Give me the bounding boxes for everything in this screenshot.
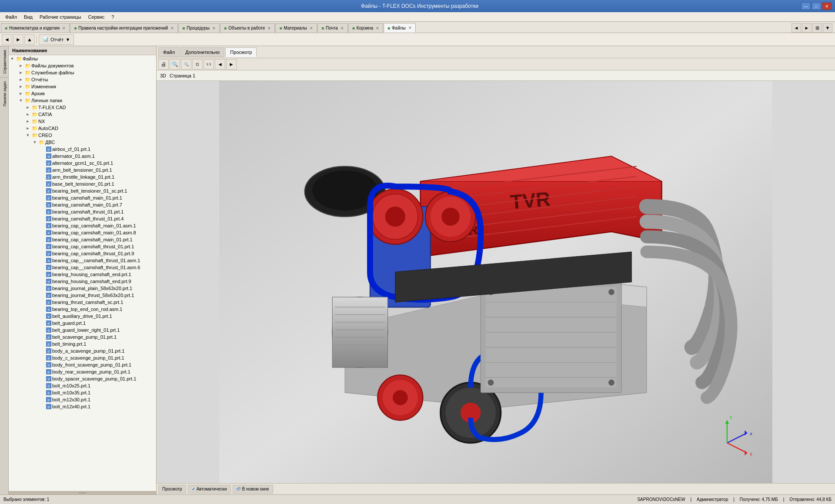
tree-item-f21[interactable]: p bearing_journal_plain_58x63x20.prt.1	[9, 285, 156, 292]
tree-item-f28[interactable]: p belt_scavenge_pump_01.prt.1	[9, 334, 156, 340]
toggle-reports[interactable]: ►	[17, 77, 24, 82]
tab-files[interactable]: ■ Файлы ✕	[384, 23, 416, 33]
tree-item-f34[interactable]: p body_spacer_scavenge_pump_01.prt.1	[9, 375, 156, 382]
tab-close-files[interactable]: ✕	[408, 26, 412, 30]
tree-item-reports[interactable]: ► 📁 Отчёты	[9, 76, 156, 83]
tree-item-f12[interactable]: a bearing_cap_camshaft_main_01.asm.1	[9, 222, 156, 229]
tree-item-f16[interactable]: p bearing_cap_camshaft_thrust_01.prt.9	[9, 250, 156, 257]
tree-item-f10[interactable]: p bearing_camshaft_thrust_01.prt.1	[9, 208, 156, 215]
tree-item-f33[interactable]: p body_rear_scavenge_pump_01.prt.1	[9, 368, 156, 375]
maximize-button[interactable]: □	[812, 2, 821, 10]
preview-tab-file[interactable]: Файл	[158, 47, 180, 57]
toolbar-forward-button[interactable]: ►	[13, 34, 23, 45]
tree-item-f38[interactable]: p bolt_m12x40.prt.1	[9, 403, 156, 410]
tree-item-f19[interactable]: p bearing_housing_camshaft_end.prt.1	[9, 271, 156, 278]
preview-100-button[interactable]: 1:1	[204, 59, 214, 70]
tree-item-nx[interactable]: ► 📁 NX	[9, 118, 156, 125]
auto-btn[interactable]: ✔ Автоматически	[188, 485, 231, 494]
tree-item-f15[interactable]: p bearing_cap_camshaft_thrust_01.prt.1	[9, 243, 156, 250]
tree-item-f36[interactable]: p bolt_m10x35.prt.1	[9, 389, 156, 396]
tab-mail[interactable]: ■ Почта ✕	[317, 23, 348, 33]
toggle-archive[interactable]: ►	[17, 91, 24, 96]
tree-item-f23[interactable]: p bearing_thrust_camshaft_sc.prt.1	[9, 299, 156, 306]
tree-item-f18[interactable]: a bearing_cap__camshaft_thrust_01.asm.6	[9, 264, 156, 271]
toolbar-back-button[interactable]: ◄	[2, 34, 12, 45]
tree-item-archive[interactable]: ► 📁 Архив	[9, 90, 156, 97]
tree-item-f27[interactable]: p belt_guard_lower_right_01.prt.1	[9, 327, 156, 334]
tree-item-docs[interactable]: ► 📁 Файлы документов	[9, 62, 156, 69]
tree-item-f1[interactable]: p airbox_cf_01.prt.1	[9, 146, 156, 153]
preview-btn[interactable]: Просмотр	[158, 485, 186, 494]
preview-zoom-in-button[interactable]: 🔍	[170, 59, 180, 70]
tree-item-f8[interactable]: p bearing_camshaft_main_01.prt.1	[9, 194, 156, 201]
tab-close-worklist[interactable]: ✕	[267, 26, 271, 30]
tab-rules[interactable]: ■ Правила настройки интеграции приложени…	[70, 23, 178, 33]
toggle-personal[interactable]: ▼	[17, 98, 24, 103]
tree-item-dvs[interactable]: ▼ 📁 ДВС	[9, 139, 156, 146]
toggle-service[interactable]: ►	[17, 70, 24, 75]
toggle-tflex[interactable]: ►	[24, 105, 31, 110]
tree-item-f26[interactable]: p belt_guard.prt.1	[9, 320, 156, 327]
toggle-dvs[interactable]: ▼	[31, 140, 38, 144]
tree-item-tflex[interactable]: ► 📁 T-FLEX CAD	[9, 104, 156, 111]
tab-nomenclature[interactable]: ■ Номенклатура и изделия ✕	[1, 23, 70, 33]
minimize-button[interactable]: —	[801, 2, 811, 10]
toggle-catia[interactable]: ►	[24, 112, 31, 117]
toggle-nx[interactable]: ►	[24, 119, 31, 123]
new-window-btn[interactable]: 🗗 В новом окне	[233, 485, 273, 494]
tree-item-service[interactable]: ► 📁 Служебные файлы	[9, 69, 156, 76]
tree-item-catia[interactable]: ► 📁 CATIA	[9, 111, 156, 118]
tab-close-nomenclature[interactable]: ✕	[62, 26, 66, 30]
tab-procedures[interactable]: ■ Процедуры ✕	[178, 23, 220, 33]
tab-close-trash[interactable]: ✕	[376, 26, 379, 30]
tab-close-rules[interactable]: ✕	[170, 26, 174, 30]
preview-tab-view[interactable]: Просмотр	[225, 47, 257, 57]
tree-item-f14[interactable]: p bearing_cap_camshaft_main_01.prt.1	[9, 236, 156, 243]
tab-worklist[interactable]: ■ Объекты в работе ✕	[220, 23, 275, 33]
toggle-autocad[interactable]: ►	[24, 126, 31, 130]
tree-item-f4[interactable]: p arm_belt_tensioner_01.prt.1	[9, 167, 156, 174]
tree-item-files-root[interactable]: ▼ 📁 Файлы	[9, 55, 156, 62]
tree-item-f7[interactable]: p bearing_belt_tensioner_01_sc.prt.1	[9, 187, 156, 194]
menu-service[interactable]: Сервис	[84, 13, 108, 20]
file-tree-content[interactable]: ▼ 📁 Файлы ► 📁 Файлы документов ► 📁 Служе…	[9, 55, 156, 491]
tree-item-f11[interactable]: p bearing_camshaft_thrust_01.prt.4	[9, 215, 156, 222]
tree-item-f24[interactable]: a bearing_top_end_con_rod.asm.1	[9, 306, 156, 313]
menu-view[interactable]: Вид	[20, 13, 36, 20]
toggle-changes[interactable]: ►	[17, 84, 24, 89]
tab-close-mail[interactable]: ✕	[341, 26, 344, 30]
tab-layout-button[interactable]: ⊞	[812, 23, 822, 33]
tree-item-f32[interactable]: p body_front_scavenge_pump_01.prt.1	[9, 361, 156, 368]
tree-item-f13[interactable]: a bearing_cap_camshaft_main_01.asm.8	[9, 229, 156, 236]
preview-zoom-out-button[interactable]: 🔍	[181, 59, 191, 70]
tab-materials[interactable]: ■ Материалы ✕	[275, 23, 317, 33]
tree-item-f35[interactable]: p bolt_m10x25.prt.1	[9, 382, 156, 389]
tree-item-f22[interactable]: p bearing_journal_thrust_58x63x20.prt.1	[9, 292, 156, 299]
tree-item-f30[interactable]: p body_a_scavenge_pump_01.prt.1	[9, 347, 156, 354]
tree-item-changes[interactable]: ► 📁 Изменения	[9, 83, 156, 90]
tab-close-procedures[interactable]: ✕	[212, 26, 216, 30]
tree-item-creo[interactable]: ▼ 📁 CREO	[9, 132, 156, 139]
tab-minimize-all-button[interactable]: ▼	[823, 23, 832, 33]
tree-item-f25[interactable]: p belt_auxillary_drive_01.prt.1	[9, 313, 156, 320]
menu-file[interactable]: Файл	[2, 13, 20, 20]
toggle-files-root[interactable]: ▼	[9, 57, 16, 61]
preview-next-page-button[interactable]: ►	[226, 59, 237, 70]
resize-handle[interactable]: ═══	[9, 491, 156, 494]
toolbar-up-button[interactable]: ▲	[24, 34, 35, 45]
menu-help[interactable]: ?	[108, 13, 117, 20]
toggle-creo[interactable]: ▼	[24, 133, 31, 137]
engine-view[interactable]: TVR TVR	[157, 81, 835, 483]
tree-item-f37[interactable]: p bolt_m12x30.prt.1	[9, 396, 156, 403]
tree-item-f17[interactable]: a bearing_cap__camshaft_thrust_01.asm.1	[9, 257, 156, 264]
vtab-tasks[interactable]: Панели задач	[0, 77, 8, 110]
tree-item-personal[interactable]: ▼ 📁 Личные папки	[9, 97, 156, 104]
tree-item-f6[interactable]: p base_belt_tensioner_01.prt.1	[9, 180, 156, 187]
preview-tab-additional[interactable]: Дополнительно	[180, 47, 224, 57]
preview-prev-page-button[interactable]: ◄	[215, 59, 225, 70]
preview-print-button[interactable]: 🖨	[158, 59, 169, 70]
tab-trash[interactable]: ■ Корзина ✕	[348, 23, 383, 33]
close-button[interactable]: ✕	[822, 2, 832, 10]
tree-item-f20[interactable]: p bearing_housing_camshaft_end.prt.9	[9, 278, 156, 285]
tree-item-f3[interactable]: p alternator_gcm1_sc_01.prt.1	[9, 160, 156, 167]
